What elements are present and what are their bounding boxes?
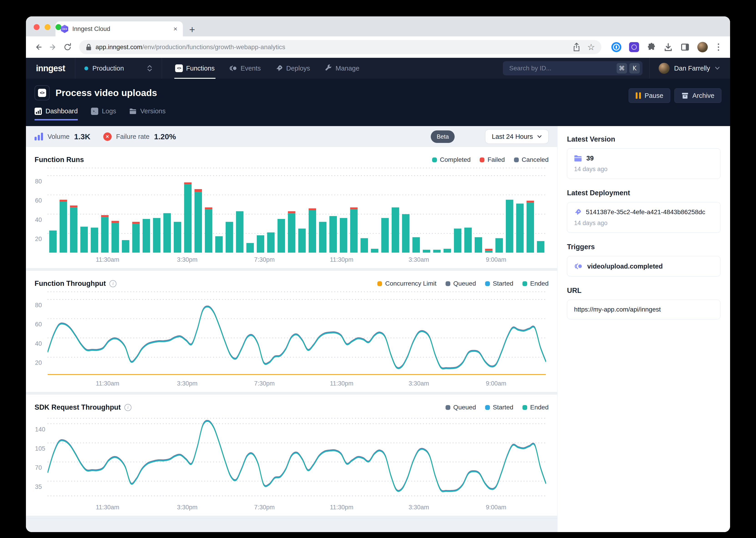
legend-dot-started bbox=[485, 281, 490, 286]
svg-text:60: 60 bbox=[35, 321, 42, 328]
function-throughput-title: Function Throughput bbox=[34, 280, 106, 288]
svg-text:20: 20 bbox=[35, 236, 42, 242]
volume-value: 1.3K bbox=[74, 132, 90, 141]
browser-tab[interactable]: Inngest Cloud × bbox=[56, 22, 183, 36]
browser-toolbar: app.inngest.com/env/production/functions… bbox=[26, 36, 730, 58]
minimize-window-button[interactable] bbox=[45, 24, 51, 30]
close-window-button[interactable] bbox=[34, 24, 40, 30]
share-icon[interactable] bbox=[573, 43, 581, 51]
user-menu[interactable]: Dan Farrelly bbox=[649, 58, 730, 79]
rocket-icon bbox=[275, 64, 283, 72]
nav-item-functions[interactable]: <> Functions bbox=[169, 58, 221, 79]
svg-text:7:30pm: 7:30pm bbox=[254, 380, 275, 387]
dashboard-main: Volume 1.3K × Failure rate 1.20% Beta La… bbox=[26, 126, 557, 532]
back-icon[interactable] bbox=[32, 41, 45, 53]
next-section-band bbox=[26, 518, 557, 532]
nav-item-events[interactable]: Events bbox=[223, 58, 267, 79]
legend-dot-queued bbox=[446, 405, 450, 410]
latest-deployment-card[interactable]: 5141387e-35c2-4efe-a421-4843b86258dc 14 … bbox=[567, 202, 721, 233]
puzzle-extensions-icon[interactable] bbox=[647, 42, 656, 52]
function-runs-chart: 2040608011:30am3:30pm7:30pm11:30pm3:30am… bbox=[34, 166, 548, 264]
svg-text:105: 105 bbox=[35, 445, 45, 452]
latest-version-heading: Latest Version bbox=[567, 135, 721, 143]
download-icon[interactable] bbox=[664, 42, 673, 52]
svg-text:11:30pm: 11:30pm bbox=[330, 256, 354, 263]
browser-profile-avatar[interactable] bbox=[697, 42, 708, 52]
pause-button[interactable]: Pause bbox=[629, 88, 670, 103]
search-box[interactable]: ⌘ K bbox=[503, 61, 642, 75]
env-status-dot bbox=[84, 67, 88, 70]
purple-extension-icon[interactable] bbox=[629, 42, 639, 52]
sidepanel-icon[interactable] bbox=[681, 42, 689, 52]
tab-dashboard[interactable]: Dashboard bbox=[34, 107, 78, 120]
latest-version-card[interactable]: 39 14 days ago bbox=[567, 148, 721, 179]
svg-text:40: 40 bbox=[35, 216, 42, 223]
legend-dot-queued bbox=[446, 281, 450, 286]
tab-close-icon[interactable]: × bbox=[173, 25, 177, 33]
legend-item: Queued bbox=[446, 280, 476, 287]
tab-versions[interactable]: Versions bbox=[129, 107, 165, 120]
svg-text:40: 40 bbox=[35, 340, 42, 347]
stats-bar: Volume 1.3K × Failure rate 1.20% Beta La… bbox=[26, 126, 557, 147]
function-throughput-panel: Function Throughput i Concurrency LimitQ… bbox=[26, 271, 557, 392]
archive-button[interactable]: Archive bbox=[674, 88, 722, 103]
legend-dot-completed bbox=[432, 157, 437, 162]
url-host: app.inngest.com bbox=[96, 43, 142, 51]
legend-item: Ended bbox=[522, 280, 548, 287]
latest-deployment-value: 5141387e-35c2-4efe-a421-4843b86258dc bbox=[586, 208, 705, 216]
sdk-throughput-panel: SDK Request Throughput i QueuedStartedEn… bbox=[26, 395, 557, 516]
info-icon[interactable]: i bbox=[124, 404, 131, 411]
url-card[interactable]: https://my-app.com/api/inngest bbox=[567, 300, 721, 319]
search-input[interactable] bbox=[509, 64, 614, 72]
folder-icon bbox=[129, 108, 137, 115]
details-sidebar: Latest Version 39 14 days ago Latest Dep… bbox=[557, 126, 730, 532]
tab-label: Logs bbox=[102, 107, 116, 115]
extensions-area bbox=[607, 42, 724, 52]
legend-label: Ended bbox=[530, 280, 548, 287]
archive-icon bbox=[682, 92, 689, 99]
svg-text:7:30pm: 7:30pm bbox=[254, 256, 275, 263]
bookmark-star-icon[interactable]: ☆ bbox=[587, 42, 595, 52]
triggers-heading: Triggers bbox=[567, 243, 721, 251]
content-area: Volume 1.3K × Failure rate 1.20% Beta La… bbox=[26, 126, 730, 532]
volume-stat: Volume 1.3K bbox=[34, 132, 90, 141]
1password-extension-icon[interactable] bbox=[611, 42, 621, 52]
svg-text:70: 70 bbox=[35, 464, 42, 471]
functions-code-icon: <> bbox=[175, 64, 183, 72]
tab-logs[interactable]: >_ Logs bbox=[91, 107, 116, 120]
time-range-selector[interactable]: Last 24 Hours bbox=[485, 129, 548, 144]
function-icon: <> bbox=[34, 85, 50, 100]
svg-text:3:30am: 3:30am bbox=[409, 256, 429, 263]
legend-dot-failed bbox=[480, 157, 485, 162]
events-icon bbox=[229, 64, 237, 72]
volume-bars-icon bbox=[34, 133, 43, 140]
failure-x-icon: × bbox=[103, 133, 112, 141]
forward-icon[interactable] bbox=[47, 41, 59, 53]
cmd-key-badge: ⌘ bbox=[617, 63, 627, 74]
failure-value: 1.20% bbox=[154, 132, 176, 141]
sdk-throughput-chart: 357010514011:30am3:30pm7:30pm11:30pm3:30… bbox=[34, 413, 548, 511]
url-bar[interactable]: app.inngest.com/env/production/functions… bbox=[79, 40, 601, 54]
browser-tabstrip: Inngest Cloud × + bbox=[26, 16, 730, 36]
new-tab-button[interactable]: + bbox=[189, 25, 195, 34]
maximize-window-button[interactable] bbox=[56, 24, 62, 30]
info-icon[interactable]: i bbox=[110, 280, 117, 287]
legend-dot-ended bbox=[522, 405, 527, 410]
svg-text:80: 80 bbox=[35, 302, 42, 309]
svg-text:3:30am: 3:30am bbox=[409, 504, 429, 511]
svg-text:35: 35 bbox=[35, 483, 42, 490]
function-runs-title: Function Runs bbox=[34, 156, 84, 164]
nav-item-manage[interactable]: Manage bbox=[318, 58, 366, 79]
chevron-down-icon bbox=[537, 135, 542, 138]
nav-item-deploys[interactable]: Deploys bbox=[269, 58, 316, 79]
function-tabs: Dashboard >_ Logs Versions bbox=[34, 107, 722, 120]
svg-text:9:00am: 9:00am bbox=[486, 256, 506, 263]
reload-icon[interactable] bbox=[62, 41, 74, 53]
environment-selector[interactable]: Production bbox=[75, 58, 162, 79]
browser-menu-icon[interactable] bbox=[716, 43, 722, 51]
trigger-card[interactable]: video/upload.completed bbox=[567, 256, 721, 277]
nav-item-label: Deploys bbox=[286, 65, 310, 72]
inngest-logo[interactable]: inngest bbox=[26, 58, 75, 79]
desktop: Inngest Cloud × + app.inngest.com/env/pr… bbox=[0, 0, 756, 538]
chevron-down-icon bbox=[715, 67, 720, 70]
